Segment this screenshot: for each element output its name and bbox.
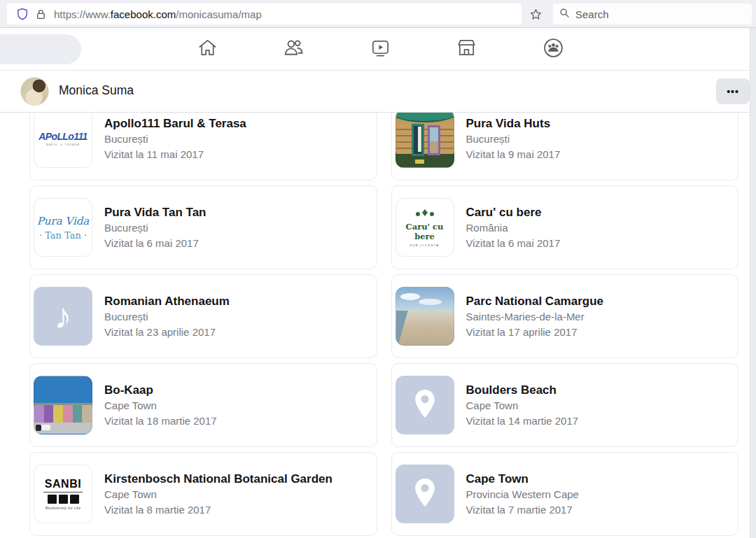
sanbi-logo-rule xyxy=(43,492,83,493)
place-location: Saintes-Maries-de-la-Mer xyxy=(466,309,604,325)
nav-icons-group xyxy=(190,28,570,70)
place-thumbnail: Caru' cu bere SUB LICENTA xyxy=(396,198,454,257)
place-visited-date: Vizitat la 6 mai 2017 xyxy=(104,236,206,251)
browser-search-field[interactable] xyxy=(553,3,752,24)
places-grid: APoLLo111 BARUL & TERASA Apollo111 Barul… xyxy=(29,113,738,536)
ellipsis-icon: ••• xyxy=(727,86,739,97)
sanbi-logo-squares xyxy=(48,495,79,504)
place-info: Parc National Camargue Saintes-Maries-de… xyxy=(466,293,604,340)
place-thumbnail xyxy=(396,376,454,434)
beach-photo-sea xyxy=(396,311,416,345)
place-card[interactable]: Pura Vida Huts București Vizitat la 9 ma… xyxy=(391,113,739,180)
browser-search-input[interactable] xyxy=(575,8,729,20)
place-visited-date: Vizitat la 11 mai 2017 xyxy=(104,147,246,162)
nav-friends-button[interactable] xyxy=(276,31,312,66)
bokaap-photo-car xyxy=(36,425,41,431)
place-location: București xyxy=(104,309,230,325)
caru-cu-bere-logo-subtext: SUB LICENTA xyxy=(410,243,439,247)
beach-photo-cloud xyxy=(400,293,420,300)
place-location: București xyxy=(104,132,246,147)
place-thumbnail: Pura Vida · Tan Tan · xyxy=(34,198,92,257)
place-card[interactable]: Bo-Kaap Cape Town Vizitat la 18 martie 2… xyxy=(29,363,377,447)
search-icon xyxy=(559,7,570,22)
place-name: Caru' cu bere xyxy=(466,204,561,220)
places-content: APoLLo111 BARUL & TERASA Apollo111 Barul… xyxy=(0,113,756,538)
place-location: România xyxy=(466,220,561,236)
place-info: Kirstenbosch National Botanical Garden C… xyxy=(104,471,332,518)
map-pin-icon xyxy=(409,476,441,511)
bokaap-photo-houses xyxy=(34,405,92,423)
bookmark-star-icon[interactable] xyxy=(524,3,547,24)
bokaap-photo-car xyxy=(40,425,50,430)
place-info: Cape Town Provincia Western Cape Vizitat… xyxy=(466,471,579,518)
place-info: Pura Vida Huts București Vizitat la 9 ma… xyxy=(466,115,561,162)
place-location: Cape Town xyxy=(104,398,217,413)
lock-icon[interactable] xyxy=(31,5,50,23)
nav-groups-button[interactable] xyxy=(536,31,570,66)
place-visited-date: Vizitat la 8 martie 2017 xyxy=(104,502,332,518)
browser-toolbar: https://www.facebook.com/monicasuma/map xyxy=(0,0,756,28)
place-card[interactable]: ♪ Romanian Athenaeum București Vizitat l… xyxy=(29,274,377,358)
place-card[interactable]: Pura Vida · Tan Tan · Pura Vida Tan Tan … xyxy=(29,185,377,269)
place-card[interactable]: Caru' cu bere SUB LICENTA Caru' cu bere … xyxy=(391,185,739,269)
place-card[interactable]: APoLLo111 BARUL & TERASA Apollo111 Barul… xyxy=(29,113,377,180)
marketplace-icon xyxy=(456,37,477,62)
music-note-icon: ♪ xyxy=(55,299,72,334)
facebook-nav-bar xyxy=(0,28,756,71)
place-info: Bo-Kaap Cape Town Vizitat la 18 martie 2… xyxy=(104,382,217,429)
place-thumbnail: APoLLo111 BARUL & TERASA xyxy=(34,113,92,168)
url-bar[interactable]: https://www.facebook.com/monicasuma/map xyxy=(7,3,522,24)
url-prefix: https://www. xyxy=(54,8,111,20)
caru-cu-bere-crest-icon xyxy=(414,208,435,220)
place-visited-date: Vizitat la 14 martie 2017 xyxy=(466,413,579,429)
nav-marketplace-button[interactable] xyxy=(449,31,484,66)
place-location: București xyxy=(104,220,206,236)
place-location: Cape Town xyxy=(104,487,332,502)
watch-icon xyxy=(370,37,391,62)
beach-photo-cloud xyxy=(419,299,442,305)
place-name: Cape Town xyxy=(466,471,579,487)
place-info: Pura Vida Tan Tan București Vizitat la 6… xyxy=(104,204,206,251)
place-thumbnail xyxy=(396,287,454,346)
profile-name: Monica Suma xyxy=(59,83,134,98)
place-name: Apollo111 Barul & Terasa xyxy=(104,115,246,132)
url-domain: facebook.com xyxy=(111,8,176,20)
huts-photo-roof xyxy=(396,113,454,122)
url-text[interactable]: https://www.facebook.com/monicasuma/map xyxy=(54,8,262,20)
huts-photo-door xyxy=(412,124,425,156)
place-name: Romanian Athenaeum xyxy=(104,293,230,309)
place-visited-date: Vizitat la 7 martie 2017 xyxy=(466,502,579,518)
profile-avatar[interactable] xyxy=(20,77,49,106)
place-visited-date: Vizitat la 23 aprilie 2017 xyxy=(104,325,230,340)
more-options-button[interactable]: ••• xyxy=(716,78,750,104)
place-thumbnail xyxy=(396,113,454,168)
huts-photo-step xyxy=(415,160,424,164)
place-name: Kirstenbosch National Botanical Garden xyxy=(104,471,332,487)
place-location: București xyxy=(466,132,561,147)
place-name: Bo-Kaap xyxy=(104,382,217,398)
nav-watch-button[interactable] xyxy=(363,31,398,66)
place-card[interactable]: Parc National Camargue Saintes-Maries-de… xyxy=(391,274,739,358)
place-card[interactable]: Boulders Beach Cape Town Vizitat la 14 m… xyxy=(391,363,739,447)
place-thumbnail xyxy=(34,376,92,434)
apollo111-logo-subtext: BARUL & TERASA xyxy=(46,143,80,146)
url-path: /monicasuma/map xyxy=(176,8,262,20)
pura-vida-logo: Pura Vida xyxy=(37,215,90,227)
map-pin-icon xyxy=(409,388,441,423)
place-info: Caru' cu bere România Vizitat la 6 mai 2… xyxy=(466,204,561,251)
place-card[interactable]: Cape Town Provincia Western Cape Vizitat… xyxy=(391,452,739,536)
place-visited-date: Vizitat la 9 mai 2017 xyxy=(466,147,561,162)
place-name: Parc National Camargue xyxy=(466,293,604,309)
place-info: Boulders Beach Cape Town Vizitat la 14 m… xyxy=(466,382,579,429)
shield-icon[interactable] xyxy=(13,5,31,23)
nav-home-button[interactable] xyxy=(190,31,225,66)
place-visited-date: Vizitat la 6 mai 2017 xyxy=(466,236,561,251)
place-name: Pura Vida Tan Tan xyxy=(104,204,206,220)
place-info: Apollo111 Barul & Terasa București Vizit… xyxy=(104,115,246,162)
nav-left-pill xyxy=(0,34,81,64)
huts-photo-mirror-door xyxy=(428,125,440,155)
place-info: Romanian Athenaeum București Vizitat la … xyxy=(104,293,230,340)
sanbi-logo-subtext: Biodiversity for Life xyxy=(46,506,81,510)
place-card[interactable]: SANBI Biodiversity for Life Kirstenbosch… xyxy=(29,452,377,536)
page-scrollbar[interactable] xyxy=(750,28,756,538)
